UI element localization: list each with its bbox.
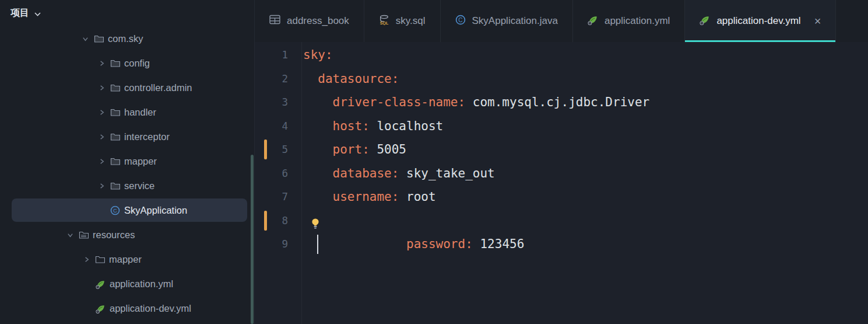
table-icon bbox=[269, 15, 280, 27]
tree-item-label: controller.admin bbox=[124, 82, 192, 93]
code-line: 6 database: sky_take_out bbox=[255, 162, 868, 186]
tree-item-service[interactable]: service bbox=[0, 173, 254, 198]
tree-item-label: config bbox=[124, 58, 150, 69]
tree-item-label: SkyApplication bbox=[124, 205, 187, 216]
folder-icon bbox=[110, 157, 121, 166]
tab-label: sky.sql bbox=[396, 15, 426, 27]
chevron-collapsed-icon[interactable] bbox=[97, 85, 106, 91]
tree-item-controller-admin[interactable]: controller.admin bbox=[0, 75, 254, 100]
line-number: 8 bbox=[255, 209, 301, 233]
code-line: 4 host: localhost bbox=[255, 114, 868, 138]
tree-item-label: mapper bbox=[109, 254, 142, 265]
project-panel: 项目 com.sky config controller.admin bbox=[0, 0, 255, 324]
tab-label: application.yml bbox=[605, 15, 670, 27]
tree-item-label: mapper bbox=[124, 156, 157, 167]
tree-item-mapper[interactable]: mapper bbox=[0, 149, 254, 173]
tree-item-resources[interactable]: resources bbox=[0, 222, 254, 247]
tree-item-label: resources bbox=[93, 229, 135, 241]
svg-text:C: C bbox=[113, 207, 117, 214]
code-line: 8 password: 123456 bbox=[255, 209, 868, 233]
changed-line-marker[interactable] bbox=[264, 140, 267, 159]
tree-item-handler[interactable]: handler bbox=[0, 100, 254, 124]
code-line-content[interactable]: sky: bbox=[301, 43, 868, 67]
line-number: 6 bbox=[255, 162, 301, 186]
tab-application-dev-yml[interactable]: application-dev.yml × bbox=[685, 0, 836, 42]
spring-yaml-icon bbox=[95, 279, 106, 289]
code-line: 3 driver-class-name: com.mysql.cj.jdbc.D… bbox=[255, 90, 868, 114]
folder-icon bbox=[110, 133, 121, 141]
tab-application-yml[interactable]: application.yml bbox=[573, 0, 685, 42]
code-line: 9 bbox=[255, 232, 868, 256]
tab-label: address_book bbox=[287, 15, 349, 27]
ide-window: 项目 com.sky config controller.admin bbox=[0, 0, 868, 324]
project-panel-header[interactable]: 项目 bbox=[0, 0, 254, 26]
chevron-collapsed-icon[interactable] bbox=[82, 256, 91, 263]
chevron-collapsed-icon[interactable] bbox=[97, 134, 106, 140]
chevron-expanded-icon[interactable] bbox=[65, 232, 75, 238]
line-number: 7 bbox=[255, 185, 301, 209]
tab-label: SkyApplication.java bbox=[472, 15, 558, 27]
chevron-expanded-icon[interactable] bbox=[80, 36, 90, 42]
line-number: 2 bbox=[255, 67, 301, 91]
java-class-icon: C bbox=[110, 205, 121, 215]
tree-item-mapper-resources[interactable]: mapper bbox=[0, 247, 254, 271]
code-line: 5 port: 5005 bbox=[255, 138, 868, 162]
code-line-content[interactable]: username: root bbox=[301, 185, 868, 209]
code-line: 7 username: root bbox=[255, 185, 868, 209]
chevron-down-icon bbox=[34, 8, 41, 19]
project-tree: com.sky config controller.admin handler bbox=[0, 26, 254, 320]
line-number: 9 bbox=[255, 232, 301, 256]
changed-line-marker[interactable] bbox=[264, 211, 267, 231]
code-line-content[interactable]: host: localhost bbox=[301, 114, 868, 138]
tree-item-application-yml[interactable]: application.yml bbox=[0, 271, 254, 296]
chevron-collapsed-icon[interactable] bbox=[97, 183, 106, 189]
code-line-content[interactable]: port: 5005 bbox=[301, 138, 868, 162]
tab-label: application-dev.yml bbox=[716, 15, 800, 27]
spring-yaml-icon bbox=[700, 15, 710, 28]
line-number: 3 bbox=[255, 90, 301, 114]
code-line: 2 datasource: bbox=[255, 67, 868, 91]
tree-item-label: service bbox=[124, 180, 154, 191]
code-line-content[interactable] bbox=[301, 232, 868, 256]
tree-item-label: interceptor bbox=[124, 131, 170, 142]
project-scrollbar-thumb[interactable] bbox=[251, 155, 254, 324]
folder-icon bbox=[110, 83, 121, 92]
chevron-collapsed-icon[interactable] bbox=[97, 158, 106, 165]
code-line: 1 sky: bbox=[255, 43, 868, 67]
folder-icon bbox=[110, 59, 121, 68]
sql-file-icon: SQL bbox=[379, 15, 389, 28]
spring-yaml-icon bbox=[95, 304, 106, 313]
code-editor[interactable]: 1 sky: 2 datasource: 3 driver-class-name… bbox=[255, 42, 868, 324]
tree-item-config[interactable]: config bbox=[0, 51, 254, 75]
tree-item-label: application-dev.yml bbox=[110, 303, 191, 314]
line-number: 1 bbox=[255, 43, 301, 67]
editor-tab-bar: address_book SQL sky.sql C SkyApplicatio… bbox=[255, 0, 868, 42]
folder-icon bbox=[94, 255, 106, 264]
resources-folder-icon bbox=[78, 231, 89, 239]
spring-yaml-icon bbox=[588, 15, 598, 28]
close-icon[interactable]: × bbox=[814, 15, 821, 27]
tree-item-label: handler bbox=[124, 107, 156, 118]
text-caret bbox=[317, 235, 318, 254]
project-panel-title: 项目 bbox=[10, 7, 29, 19]
code-line-content[interactable]: database: sky_take_out bbox=[301, 162, 868, 186]
package-folder-icon bbox=[93, 34, 104, 43]
folder-icon bbox=[110, 182, 121, 190]
tab-sky-sql[interactable]: SQL sky.sql bbox=[364, 0, 441, 42]
chevron-collapsed-icon[interactable] bbox=[97, 60, 106, 67]
chevron-collapsed-icon[interactable] bbox=[97, 109, 106, 116]
tab-skyapplication-java[interactable]: C SkyApplication.java bbox=[441, 0, 573, 42]
tree-item-com-sky[interactable]: com.sky bbox=[0, 26, 254, 51]
folder-icon bbox=[110, 108, 121, 117]
tree-item-skyapplication[interactable]: C SkyApplication bbox=[0, 198, 254, 222]
line-number: 4 bbox=[255, 114, 301, 138]
editor-area: address_book SQL sky.sql C SkyApplicatio… bbox=[255, 0, 868, 324]
tab-address-book[interactable]: address_book bbox=[255, 0, 364, 42]
svg-text:SQL: SQL bbox=[380, 21, 389, 25]
code-line-content[interactable]: driver-class-name: com.mysql.cj.jdbc.Dri… bbox=[301, 90, 868, 114]
tree-item-label: com.sky bbox=[108, 33, 143, 44]
code-line-content[interactable]: password: 123456 bbox=[301, 209, 868, 233]
tree-item-interceptor[interactable]: interceptor bbox=[0, 124, 254, 149]
code-line-content[interactable]: datasource: bbox=[301, 67, 868, 91]
tree-item-application-dev-yml[interactable]: application-dev.yml bbox=[0, 296, 254, 320]
